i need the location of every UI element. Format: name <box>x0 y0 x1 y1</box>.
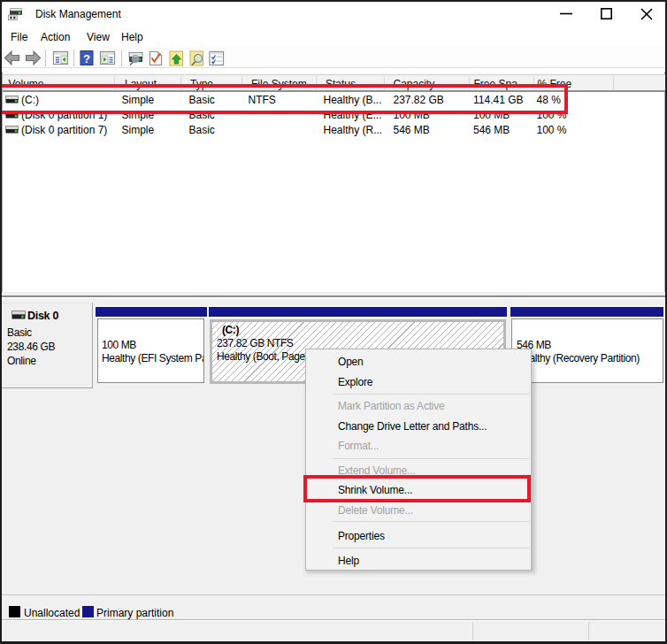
svg-text:?: ? <box>83 52 90 65</box>
